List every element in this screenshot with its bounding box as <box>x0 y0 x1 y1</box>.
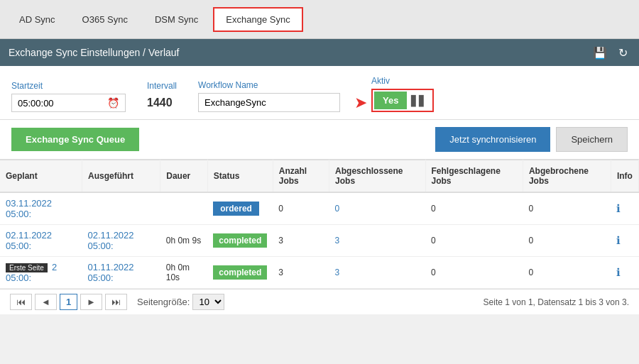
cell-geplant: 03.11.2022 05:00: <box>0 192 82 225</box>
aktiv-label: Aktiv <box>371 76 390 86</box>
aktiv-toggle-box: Yes ▋▋ <box>371 89 434 112</box>
save-button[interactable]: Speichern <box>556 127 628 152</box>
intervall-label: Intervall <box>147 81 177 91</box>
cell-info: ℹ <box>611 257 638 289</box>
cell-abgebrochen: 0 <box>523 257 611 289</box>
cell-ausgefuehrt: 01.11.2022 05:00: <box>82 257 160 289</box>
cell-dauer <box>160 192 207 225</box>
cell-ausgefuehrt <box>82 192 160 225</box>
ausgefuehrt-link[interactable]: 01.11.2022 05:00: <box>87 262 133 283</box>
table-row: 03.11.2022 05:00:ordered0000ℹ <box>0 192 639 225</box>
col-abgebrochen: Abgebrochene Jobs <box>523 160 611 193</box>
right-button-group: Jetzt synchronisieren Speichern <box>435 127 628 152</box>
form-area: Startzeit ⏰ Intervall 1440 Workflow Name… <box>0 66 639 120</box>
toggle-icon-button[interactable]: ▋▋ <box>407 92 431 109</box>
page-1-button[interactable]: 1 <box>60 294 77 310</box>
intervall-group: Intervall 1440 <box>147 81 177 112</box>
arrow-wrap: ➤ <box>354 94 371 112</box>
action-row: Exchange Sync Queue Jetzt synchronisiere… <box>0 120 639 160</box>
pagination-controls: ⏮ ◄ 1 ► ⏭ Seitengröße: 10 25 50 <box>10 294 224 310</box>
red-arrow-icon: ➤ <box>354 94 367 112</box>
page-size-label: Seitengröße: <box>137 297 190 307</box>
info-icon[interactable]: ℹ <box>616 202 621 214</box>
geplant-link[interactable]: 02.11.2022 05:00: <box>6 230 52 251</box>
prev-page-button[interactable]: ◄ <box>35 294 57 310</box>
cell-dauer: 0h 0m 10s <box>160 257 207 289</box>
tab-o365-sync[interactable]: O365 Sync <box>70 8 140 31</box>
cell-abgebrochen: 0 <box>523 225 611 257</box>
table-header-row: Geplant Ausgeführt Dauer Status Anzahl J… <box>0 160 639 193</box>
geplant-link[interactable]: 03.11.2022 05:00: <box>6 198 52 219</box>
ausgefuehrt-link[interactable]: 02.11.2022 05:00: <box>87 230 133 251</box>
cell-dauer: 0h 0m 9s <box>160 225 207 257</box>
next-page-button[interactable]: ► <box>80 294 102 310</box>
col-ausgefuehrt: Ausgeführt <box>82 160 160 193</box>
info-icon[interactable]: ℹ <box>616 266 621 278</box>
cell-fehlgeschlagen: 0 <box>425 257 523 289</box>
aktiv-group: Aktiv Yes ▋▋ <box>371 76 434 112</box>
tab-dsm-sync[interactable]: DSM Sync <box>143 8 210 31</box>
cell-abgeschlossen: 3 <box>329 225 425 257</box>
pagination-info: Seite 1 von 1, Datensatz 1 bis 3 von 3. <box>484 297 629 307</box>
page-title: Exchange Sync Einstellungen / Verlauf <box>9 47 180 58</box>
form-row: Startzeit ⏰ Intervall 1440 Workflow Name… <box>11 76 628 112</box>
header-actions: 💾 ↻ <box>590 45 630 61</box>
yes-button[interactable]: Yes <box>374 92 407 109</box>
info-icon[interactable]: ℹ <box>616 234 621 246</box>
cell-anzahl-jobs: 3 <box>273 225 329 257</box>
col-status: Status <box>207 160 273 193</box>
cell-geplant: 02.11.2022 05:00: <box>0 225 82 257</box>
table-row: Erste Seite2 05:00:01.11.2022 05:00:0h 0… <box>0 257 639 289</box>
tab-ad-sync[interactable]: AD Sync <box>7 8 67 31</box>
status-badge: ordered <box>213 202 259 216</box>
cell-status: completed <box>207 225 273 257</box>
sync-table: Geplant Ausgeführt Dauer Status Anzahl J… <box>0 160 639 289</box>
cell-abgeschlossen: 3 <box>329 257 425 289</box>
pagination-bar: ⏮ ◄ 1 ► ⏭ Seitengröße: 10 25 50 Seite 1 … <box>0 289 639 314</box>
cell-info: ℹ <box>611 225 638 257</box>
erste-seite-label: Erste Seite <box>6 263 48 272</box>
cell-abgeschlossen: 0 <box>329 192 425 225</box>
queue-button[interactable]: Exchange Sync Queue <box>11 128 139 151</box>
export-icon-button[interactable]: 💾 <box>590 45 610 61</box>
cell-fehlgeschlagen: 0 <box>425 192 523 225</box>
tabs-bar: AD Sync O365 Sync DSM Sync Exchange Sync <box>0 0 639 39</box>
col-dauer: Dauer <box>160 160 207 193</box>
startzeit-input-wrap: ⏰ <box>11 94 126 112</box>
cell-status: completed <box>207 257 273 289</box>
intervall-value: 1440 <box>147 94 177 112</box>
first-page-button[interactable]: ⏮ <box>10 294 32 310</box>
startzeit-group: Startzeit ⏰ <box>11 81 126 112</box>
cell-fehlgeschlagen: 0 <box>425 225 523 257</box>
header-bar: Exchange Sync Einstellungen / Verlauf 💾 … <box>0 39 639 66</box>
col-geplant: Geplant <box>0 160 82 193</box>
cell-geplant: Erste Seite2 05:00: <box>0 257 82 289</box>
cell-abgebrochen: 0 <box>523 192 611 225</box>
workflow-group: Workflow Name <box>198 80 340 112</box>
col-abgeschlossen: Abgeschlossene Jobs <box>329 160 425 193</box>
table-wrap: Geplant Ausgeführt Dauer Status Anzahl J… <box>0 160 639 289</box>
col-fehlgeschlagen: Fehlgeschlagene Jobs <box>425 160 523 193</box>
refresh-icon-button[interactable]: ↻ <box>616 45 630 61</box>
cell-anzahl-jobs: 0 <box>273 192 329 225</box>
clock-icon: ⏰ <box>107 97 119 109</box>
startzeit-label: Startzeit <box>11 81 126 91</box>
col-anzahl-jobs: Anzahl Jobs <box>273 160 329 193</box>
cell-info: ℹ <box>611 192 638 225</box>
sync-now-button[interactable]: Jetzt synchronisieren <box>435 127 550 152</box>
page-size-select[interactable]: 10 25 50 <box>192 294 224 310</box>
cell-anzahl-jobs: 3 <box>273 257 329 289</box>
status-badge: completed <box>213 265 267 280</box>
cell-status: ordered <box>207 192 273 225</box>
startzeit-input[interactable] <box>18 98 103 109</box>
workflow-label: Workflow Name <box>198 80 340 90</box>
tab-exchange-sync[interactable]: Exchange Sync <box>213 7 302 32</box>
status-badge: completed <box>213 233 267 248</box>
col-info: Info <box>611 160 638 193</box>
cell-ausgefuehrt: 02.11.2022 05:00: <box>82 225 160 257</box>
last-page-button[interactable]: ⏭ <box>105 294 127 310</box>
table-row: 02.11.2022 05:00:02.11.2022 05:00:0h 0m … <box>0 225 639 257</box>
workflow-input[interactable] <box>198 93 340 112</box>
